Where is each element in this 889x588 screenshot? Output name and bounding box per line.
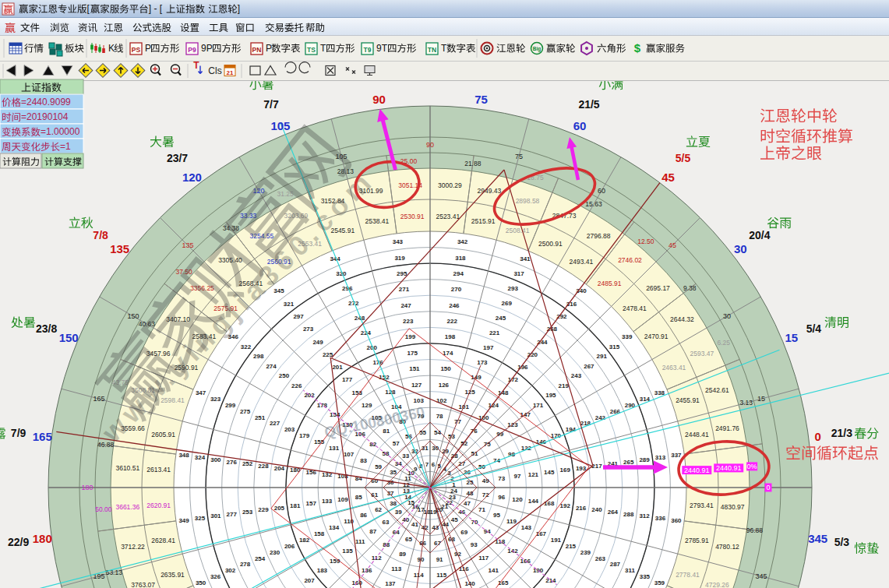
svg-text:274: 274 — [266, 363, 277, 370]
svg-text:179: 179 — [299, 432, 310, 439]
svg-text:322: 322 — [241, 343, 252, 350]
svg-text:168: 168 — [544, 500, 555, 507]
svg-text:7/7: 7/7 — [263, 98, 279, 111]
svg-text:38: 38 — [390, 500, 397, 507]
svg-text:199: 199 — [405, 333, 416, 340]
svg-text:23/7: 23/7 — [167, 152, 188, 164]
svg-text:96: 96 — [498, 494, 505, 501]
svg-text:107: 107 — [344, 451, 355, 458]
svg-text:2440.91: 2440.91 — [716, 464, 742, 472]
svg-text:2542.61: 2542.61 — [705, 386, 729, 394]
svg-text:247: 247 — [400, 302, 411, 309]
svg-text:45: 45 — [661, 171, 675, 184]
svg-text:215: 215 — [566, 543, 577, 550]
svg-text:253: 253 — [242, 509, 253, 516]
svg-text:242: 242 — [595, 414, 606, 421]
svg-text:183: 183 — [317, 567, 328, 574]
svg-text:22/9: 22/9 — [8, 536, 29, 548]
svg-text:2440.91: 2440.91 — [684, 467, 710, 474]
svg-text:251: 251 — [255, 414, 266, 421]
svg-text:63: 63 — [383, 519, 390, 526]
svg-text:252: 252 — [242, 460, 253, 467]
svg-text:339: 339 — [622, 333, 633, 340]
svg-text:182: 182 — [299, 537, 310, 544]
svg-text:300: 300 — [210, 456, 221, 463]
svg-text:2470.91: 2470.91 — [644, 333, 669, 340]
svg-text:227: 227 — [270, 420, 280, 427]
svg-text:115: 115 — [436, 572, 446, 579]
svg-text:2530.91: 2530.91 — [400, 213, 425, 220]
svg-text:297: 297 — [293, 313, 304, 320]
svg-text:321: 321 — [284, 301, 295, 308]
svg-text:336: 336 — [655, 515, 666, 522]
svg-text:2508.41: 2508.41 — [506, 227, 530, 234]
svg-text:219: 219 — [559, 382, 570, 389]
svg-text:134: 134 — [329, 524, 340, 531]
svg-text:3610.51: 3610.51 — [115, 464, 139, 472]
svg-text:277: 277 — [227, 511, 238, 518]
svg-text:75: 75 — [515, 153, 523, 160]
svg-text:137: 137 — [385, 580, 396, 587]
svg-text:2695.17: 2695.17 — [646, 284, 670, 292]
svg-text:311: 311 — [625, 567, 635, 574]
svg-text:129: 129 — [362, 402, 372, 409]
svg-text:62: 62 — [375, 506, 382, 513]
svg-text:136: 136 — [362, 567, 372, 574]
svg-text:350: 350 — [196, 579, 206, 586]
svg-text:75: 75 — [474, 93, 488, 106]
svg-text:275: 275 — [240, 408, 251, 415]
svg-text:45: 45 — [451, 516, 458, 523]
svg-text:91: 91 — [436, 556, 443, 563]
svg-text:203: 203 — [284, 426, 295, 433]
svg-text:TN: TN — [428, 46, 436, 54]
svg-text:159: 159 — [330, 558, 340, 565]
svg-text:33: 33 — [402, 452, 409, 459]
svg-text:193: 193 — [576, 465, 587, 472]
svg-text:9T: 9T — [376, 43, 388, 54]
svg-text:2605.91: 2605.91 — [151, 431, 175, 438]
svg-text:30: 30 — [734, 242, 747, 255]
svg-text:141: 141 — [489, 567, 499, 574]
svg-text:57: 57 — [393, 440, 400, 447]
svg-text:133: 133 — [322, 498, 333, 505]
svg-text:342: 342 — [457, 238, 468, 245]
svg-text:69: 69 — [460, 529, 467, 536]
svg-text:315: 315 — [609, 343, 620, 350]
svg-text:73: 73 — [498, 475, 505, 482]
svg-text:337: 337 — [671, 452, 682, 459]
svg-text:89: 89 — [399, 551, 406, 558]
svg-text:7: 7 — [425, 461, 429, 468]
svg-text:288: 288 — [623, 511, 634, 518]
svg-text:21.88: 21.88 — [464, 160, 482, 167]
svg-text:229: 229 — [258, 506, 269, 513]
svg-text:3: 3 — [447, 470, 451, 477]
svg-text:150: 150 — [59, 331, 79, 344]
svg-text:263: 263 — [595, 555, 606, 562]
svg-text:P: P — [145, 43, 151, 54]
svg-text:105: 105 — [270, 119, 290, 132]
svg-text:181: 181 — [290, 502, 301, 509]
svg-text:2523.41: 2523.41 — [436, 213, 460, 220]
svg-text:295: 295 — [397, 270, 407, 277]
svg-text:2493.41: 2493.41 — [570, 258, 594, 266]
svg-text:K: K — [108, 43, 115, 54]
svg-text:202: 202 — [304, 392, 315, 399]
svg-text:112: 112 — [372, 555, 382, 562]
svg-text:299: 299 — [225, 402, 236, 409]
svg-text:180: 180 — [33, 532, 52, 545]
svg-text:47: 47 — [464, 500, 471, 507]
svg-text:301: 301 — [210, 512, 221, 519]
svg-text:150: 150 — [440, 365, 451, 372]
svg-text:71: 71 — [478, 506, 485, 513]
svg-text:2949.43: 2949.43 — [478, 187, 502, 195]
svg-text:267: 267 — [584, 363, 594, 370]
svg-text:=20190104: =20190104 — [21, 111, 69, 122]
svg-text:165: 165 — [93, 395, 104, 403]
svg-text:2491.76: 2491.76 — [715, 424, 739, 432]
svg-text:2448.41: 2448.41 — [685, 431, 709, 438]
svg-text:298: 298 — [253, 353, 264, 360]
svg-text:30: 30 — [723, 312, 731, 320]
svg-text:2793.41: 2793.41 — [690, 502, 714, 509]
svg-text:245: 245 — [496, 315, 506, 322]
svg-text:264: 264 — [608, 509, 619, 516]
